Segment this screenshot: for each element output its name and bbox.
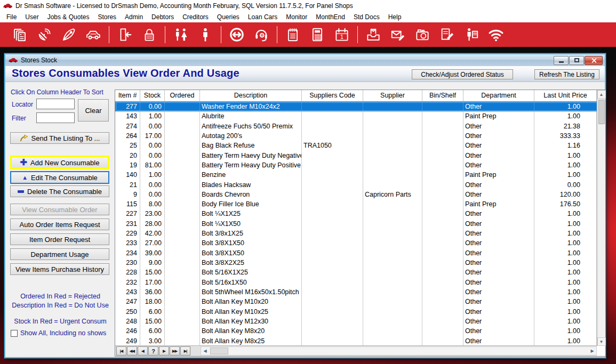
col-header-department[interactable]: Department bbox=[463, 90, 534, 101]
locator-input[interactable] bbox=[36, 99, 75, 109]
table-row[interactable]: 1981.00Battery Term Heavy Duty PositiveO… bbox=[115, 160, 605, 170]
nav-help-button[interactable]: ? bbox=[148, 346, 158, 355]
calculator-icon[interactable] bbox=[309, 26, 326, 43]
calendar-icon[interactable]: 1 bbox=[333, 26, 350, 43]
scroll-down-icon[interactable]: ▼ bbox=[597, 337, 606, 346]
menu-queries[interactable]: Queries bbox=[213, 12, 244, 22]
col-header-stock[interactable]: Stock bbox=[140, 90, 165, 101]
table-row[interactable]: 90.00Boards ChevronCapricorn PartsOther1… bbox=[115, 190, 605, 199]
edit-consumable-button[interactable]: ▲ Edit The Consumable bbox=[10, 171, 109, 184]
scroll-up-icon[interactable]: ▲ bbox=[597, 90, 606, 99]
col-header-suppliers-code[interactable]: Suppliers Code bbox=[302, 90, 363, 101]
col-header-last-unit-price[interactable]: Last Unit Price bbox=[534, 90, 597, 101]
horizontal-scroll-thumb[interactable] bbox=[210, 347, 228, 354]
person-icon[interactable] bbox=[197, 26, 214, 43]
refresh-listing-button[interactable]: Refresh The Listing bbox=[534, 69, 599, 79]
nav-first-button[interactable]: |◀ bbox=[116, 346, 126, 355]
nav-last-button[interactable]: ▶| bbox=[180, 346, 190, 355]
nav-fast-back-button[interactable]: ◀◀ bbox=[127, 346, 137, 355]
vertical-scroll-thumb[interactable] bbox=[598, 100, 605, 124]
table-row[interactable]: 22723.00Bolt ¼X1X25Other1.00 bbox=[115, 209, 605, 219]
item-order-request-button[interactable]: Item Order Request bbox=[10, 233, 109, 245]
table-row[interactable]: 2466.00Bolt Allan Key M8x20Other1.00 bbox=[115, 326, 605, 336]
col-header-supplier[interactable]: Supplier bbox=[363, 90, 422, 101]
table-row[interactable]: 23327.00Bolt 3/8X1X50Other1.00 bbox=[115, 238, 605, 248]
satellite-dish-icon[interactable] bbox=[36, 26, 53, 43]
delete-consumable-button[interactable]: Delete The Consumable bbox=[10, 185, 109, 197]
menu-monthend[interactable]: MonthEnd bbox=[311, 12, 349, 22]
camera-icon[interactable] bbox=[414, 26, 431, 43]
nav-fast-forward-button[interactable]: ▶▶ bbox=[170, 346, 180, 355]
table-row[interactable]: 1158.00Body Filler Ice BluePaint Prep176… bbox=[115, 199, 605, 209]
table-row[interactable]: 24815.00Bolt Allan Key M12x30Other1.00 bbox=[115, 317, 605, 326]
document-edit-icon[interactable] bbox=[438, 26, 455, 43]
filter-input[interactable] bbox=[36, 112, 75, 123]
table-row[interactable]: 2740.00Antifreeze Fuchs 50/50 PremixOthe… bbox=[115, 122, 605, 131]
menu-stores[interactable]: Stores bbox=[93, 12, 121, 22]
menu-std-docs[interactable]: Std Docs bbox=[349, 12, 384, 22]
menu-monitor[interactable]: Monitor bbox=[282, 12, 311, 22]
col-header-bin-shelf[interactable]: Bin/Shelf bbox=[422, 90, 463, 101]
table-row[interactable]: 200.00Battery Term Haevy Duty NegativeOt… bbox=[115, 151, 605, 160]
auto-order-items-button[interactable]: Auto Order Items Request bbox=[10, 219, 109, 230]
check-adjust-ordered-status-button[interactable]: Check/Adjust Ordered Status bbox=[412, 69, 513, 79]
col-header-ordered[interactable]: Ordered bbox=[165, 90, 200, 101]
remote-arrows-icon[interactable] bbox=[228, 26, 245, 43]
headset-support-icon[interactable] bbox=[253, 26, 270, 43]
view-consumable-order-button[interactable]: View Consumable Order bbox=[10, 204, 109, 215]
horizontal-scrollbar[interactable]: ◀ ▶ bbox=[201, 346, 597, 355]
person-clipboard-icon[interactable] bbox=[463, 26, 480, 43]
table-row[interactable]: 2506.00Bolt Allan Key M10x25Other1.00 bbox=[115, 307, 605, 317]
show-all-checkbox-row[interactable]: Show All, Including no shows bbox=[11, 329, 111, 337]
car-icon[interactable] bbox=[85, 26, 102, 43]
door-exit-icon[interactable] bbox=[116, 26, 133, 43]
menu-creditors[interactable]: Creditors bbox=[178, 12, 213, 22]
pen-icon[interactable] bbox=[60, 26, 77, 43]
table-row[interactable]: 24718.00Bolt Allan Key M10x20Other1.00 bbox=[115, 297, 605, 306]
table-row[interactable]: 23439.00Bolt 3/8X1X50Other1.00 bbox=[115, 248, 605, 258]
nav-prev-button[interactable]: ◀ bbox=[138, 346, 148, 355]
table-row[interactable]: 2770.00Washer Fender M10x24x2Other1.00 bbox=[115, 102, 605, 111]
table-row[interactable]: 250.00Bag Black RefuseTRA1050Other1.16 bbox=[115, 141, 605, 150]
vertical-scrollbar[interactable]: ▲ ▼ bbox=[597, 90, 605, 346]
scroll-right-icon[interactable]: ▶ bbox=[588, 347, 596, 354]
view-purchase-history-button[interactable]: View Items Purchase History bbox=[10, 263, 109, 275]
table-row[interactable]: 26417.00Autotag 200'sOther333.33 bbox=[115, 131, 605, 141]
table-row[interactable]: 24336.00Bolt 5thWheel M16x50x1.50pitchOt… bbox=[115, 287, 605, 297]
show-all-checkbox[interactable] bbox=[11, 330, 18, 337]
col-header-item-[interactable]: Item # bbox=[115, 90, 140, 101]
close-button[interactable] bbox=[585, 56, 603, 65]
scroll-left-icon[interactable]: ◀ bbox=[201, 347, 209, 354]
send-listing-button[interactable]: Send The Listing To ... bbox=[10, 132, 109, 144]
cards-stack-icon[interactable] bbox=[11, 26, 28, 43]
mail-inbox-icon[interactable] bbox=[365, 26, 382, 43]
maximize-button[interactable] bbox=[569, 56, 584, 65]
col-header-description[interactable]: Description bbox=[200, 90, 302, 101]
table-row[interactable]: 23217.00Bolt 5/16x1X50Other1.00 bbox=[115, 278, 605, 287]
clear-button[interactable]: Clear bbox=[78, 99, 109, 122]
menu-help[interactable]: Help bbox=[384, 12, 406, 22]
man-woman-icon[interactable] bbox=[172, 26, 189, 43]
table-row[interactable]: 2493.00Bolt Allan Key M8x25Other1.00 bbox=[115, 336, 605, 346]
table-row[interactable]: 23128.00Bolt ¼X1X50Other1.00 bbox=[115, 219, 605, 229]
menu-file[interactable]: File bbox=[2, 12, 21, 22]
window-titlebar[interactable]: Stores Stock bbox=[5, 54, 605, 66]
wifi-icon[interactable] bbox=[487, 26, 505, 43]
table-row[interactable]: 1401.00BenzinePaint Prep1.00 bbox=[115, 170, 605, 180]
notepad-icon[interactable] bbox=[284, 26, 301, 43]
menu-admin[interactable]: Admin bbox=[121, 12, 147, 22]
minimize-button[interactable] bbox=[554, 56, 569, 65]
table-row[interactable]: 1431.00AlubritePaint Prep1.00 bbox=[115, 111, 605, 121]
table-row[interactable]: 2309.00Bolt 3/8X2X25Other1.00 bbox=[115, 258, 605, 268]
table-row[interactable]: 22815.00Bolt 5/16X1X25Other1.00 bbox=[115, 268, 605, 277]
envelope-pen-icon[interactable] bbox=[389, 26, 406, 43]
table-row[interactable]: 22942.00Bolt 3/8x1X25Other1.00 bbox=[115, 229, 605, 238]
padlock-icon[interactable] bbox=[141, 26, 158, 43]
menu-loan-cars[interactable]: Loan Cars bbox=[244, 12, 282, 22]
table-row[interactable]: 210.00Blades HacksawOther0.00 bbox=[115, 180, 605, 190]
add-new-consumable-button[interactable]: ✚ Add New Consumable bbox=[10, 156, 109, 169]
menu-jobs-quotes[interactable]: Jobs & Quotes bbox=[43, 12, 94, 22]
department-usage-button[interactable]: Department Usage bbox=[10, 248, 109, 260]
nav-next-button[interactable]: ▶ bbox=[159, 346, 169, 355]
menu-debtors[interactable]: Debtors bbox=[147, 12, 178, 22]
